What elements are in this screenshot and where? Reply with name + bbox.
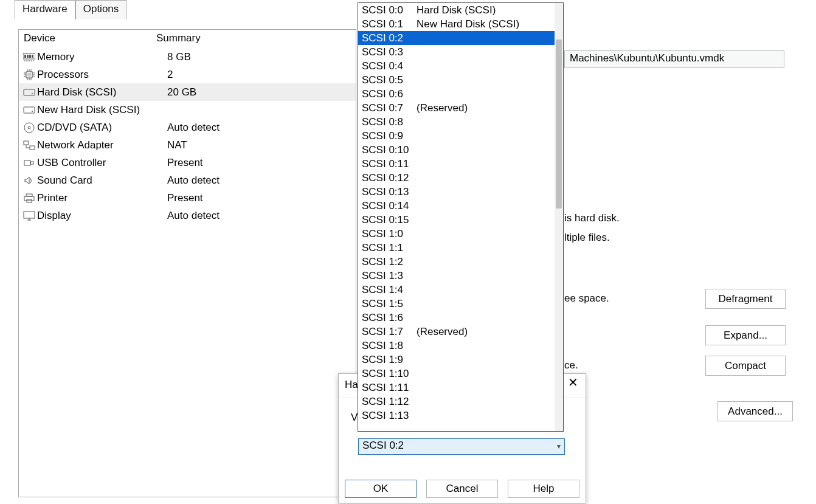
svg-point-25 <box>32 93 33 94</box>
dropdown-item[interactable]: SCSI 1:10 <box>358 367 555 381</box>
dropdown-item[interactable]: SCSI 0:7(Reserved) <box>358 101 555 115</box>
cancel-button[interactable]: Cancel <box>426 480 498 498</box>
dropdown-item-id: SCSI 0:12 <box>362 171 417 185</box>
dropdown-item-id: SCSI 1:6 <box>362 311 417 325</box>
svg-point-26 <box>32 111 33 112</box>
dropdown-item[interactable]: SCSI 0:4 <box>358 59 555 73</box>
svg-rect-3 <box>29 55 31 58</box>
advanced-button[interactable]: Advanced... <box>717 401 793 421</box>
device-row[interactable]: USB ControllerPresent <box>19 154 356 171</box>
dropdown-item-id: SCSI 0:6 <box>362 87 417 101</box>
dropdown-item-id: SCSI 1:9 <box>362 353 417 367</box>
device-list-panel: Device Summary Memory8 GBProcessors2Hard… <box>18 29 356 497</box>
device-summary: Auto detect <box>155 174 356 187</box>
ok-button[interactable]: OK <box>345 480 417 498</box>
dropdown-item[interactable]: SCSI 1:1 <box>358 241 555 255</box>
device-summary: 8 GB <box>155 51 356 63</box>
device-summary: Present <box>155 157 356 169</box>
column-device[interactable]: Device <box>24 32 156 44</box>
chevron-down-icon: ▾ <box>557 442 561 450</box>
svg-rect-12 <box>27 73 31 77</box>
dropdown-item[interactable]: SCSI 0:11 <box>358 157 555 171</box>
dropdown-item-id: SCSI 1:11 <box>362 381 417 395</box>
device-row[interactable]: Sound CardAuto detect <box>19 171 356 189</box>
dropdown-item[interactable]: SCSI 1:0 <box>358 227 555 241</box>
sound-icon <box>21 176 37 185</box>
combo-value: SCSI 0:2 <box>362 440 404 451</box>
dropdown-item[interactable]: SCSI 1:2 <box>358 255 555 269</box>
dropdown-item-id: SCSI 1:0 <box>362 227 417 241</box>
device-summary: Present <box>155 192 356 204</box>
device-rows: Memory8 GBProcessors2Hard Disk (SCSI)20 … <box>19 48 356 224</box>
dropdown-item[interactable]: SCSI 0:10 <box>358 143 555 157</box>
svg-rect-36 <box>24 196 34 201</box>
device-row[interactable]: PrinterPresent <box>19 189 356 207</box>
device-row[interactable]: Network AdapterNAT <box>19 136 356 154</box>
dropdown-item-id: SCSI 0:9 <box>362 129 417 143</box>
device-row[interactable]: Processors2 <box>19 66 356 83</box>
dropdown-item[interactable]: SCSI 0:15 <box>358 213 555 227</box>
device-name: Sound Card <box>37 174 155 187</box>
device-row[interactable]: Memory8 GB <box>19 48 356 66</box>
dropdown-item-label: Hard Disk (SCSI) <box>417 3 496 17</box>
dropdown-item[interactable]: SCSI 0:1New Hard Disk (SCSI) <box>358 17 555 31</box>
dropdown-item-id: SCSI 1:2 <box>362 255 417 269</box>
dropdown-item[interactable]: SCSI 0:3 <box>358 45 555 59</box>
dropdown-item[interactable]: SCSI 0:14 <box>358 199 555 213</box>
dropdown-item[interactable]: SCSI 1:8 <box>358 339 555 353</box>
dropdown-item[interactable]: SCSI 0:9 <box>358 129 555 143</box>
display-icon <box>21 211 37 221</box>
device-row[interactable]: CD/DVD (SATA)Auto detect <box>19 119 356 136</box>
dropdown-item[interactable]: SCSI 1:4 <box>358 283 555 297</box>
device-name: Memory <box>37 51 155 63</box>
hard-disk-icon <box>21 106 37 114</box>
detail-text-fragment-1: is hard disk. <box>564 212 620 224</box>
dropdown-item[interactable]: SCSI 0:6 <box>358 87 555 101</box>
defragment-button[interactable]: Defragment <box>705 289 786 309</box>
dropdown-item-id: SCSI 0:10 <box>362 143 417 157</box>
dropdown-scrollbar[interactable] <box>555 3 563 431</box>
dropdown-item-id: SCSI 1:13 <box>362 409 417 423</box>
tab-options[interactable]: Options <box>75 0 127 19</box>
dropdown-item[interactable]: SCSI 0:12 <box>358 171 555 185</box>
dropdown-item-id: SCSI 1:1 <box>362 241 417 255</box>
compact-button[interactable]: Compact <box>705 356 786 376</box>
cpu-icon <box>21 69 37 80</box>
help-button[interactable]: Help <box>508 480 579 498</box>
dropdown-item-id: SCSI 0:8 <box>362 115 417 129</box>
dropdown-item[interactable]: SCSI 1:11 <box>358 381 555 395</box>
dropdown-item[interactable]: SCSI 0:2 <box>358 31 555 45</box>
device-row[interactable]: Hard Disk (SCSI)20 GB <box>19 83 356 101</box>
device-name: USB Controller <box>37 157 155 169</box>
device-summary: Auto detect <box>155 210 356 222</box>
device-row[interactable]: New Hard Disk (SCSI) <box>19 101 356 119</box>
dropdown-item[interactable]: SCSI 1:5 <box>358 297 555 311</box>
svg-rect-35 <box>26 194 32 196</box>
column-summary[interactable]: Summary <box>156 32 356 44</box>
dropdown-item[interactable]: SCSI 0:5 <box>358 73 555 87</box>
dropdown-item[interactable]: SCSI 0:8 <box>358 115 555 129</box>
close-icon[interactable]: ✕ <box>562 375 583 392</box>
dropdown-item[interactable]: SCSI 1:13 <box>358 409 555 423</box>
dropdown-item-id: SCSI 1:10 <box>362 367 417 381</box>
dropdown-item[interactable]: SCSI 1:7(Reserved) <box>358 325 555 339</box>
tab-hardware[interactable]: Hardware <box>15 0 75 19</box>
expand-button[interactable]: Expand... <box>705 325 786 345</box>
dropdown-item[interactable]: SCSI 1:3 <box>358 269 555 283</box>
device-list-header: Device Summary <box>19 30 356 48</box>
dropdown-item-id: SCSI 1:3 <box>362 269 417 283</box>
dropdown-item[interactable]: SCSI 1:6 <box>358 311 555 325</box>
device-name: Display <box>37 210 155 222</box>
dropdown-item[interactable]: SCSI 0:13 <box>358 185 555 199</box>
dropdown-item-id: SCSI 0:1 <box>362 17 417 31</box>
device-row[interactable]: DisplayAuto detect <box>19 207 356 224</box>
scsi-node-dropdown[interactable]: SCSI 0:0Hard Disk (SCSI)SCSI 0:1New Hard… <box>358 2 564 432</box>
dropdown-item[interactable]: SCSI 0:0Hard Disk (SCSI) <box>358 3 555 17</box>
dropdown-item[interactable]: SCSI 1:12 <box>358 395 555 409</box>
svg-rect-2 <box>27 55 29 58</box>
virtual-device-node-combo[interactable]: SCSI 0:2 ▾ <box>358 438 565 455</box>
tabs: Hardware Options <box>15 0 126 19</box>
scrollbar-thumb[interactable] <box>556 40 562 209</box>
svg-point-27 <box>24 123 34 133</box>
dropdown-item[interactable]: SCSI 1:9 <box>358 353 555 367</box>
